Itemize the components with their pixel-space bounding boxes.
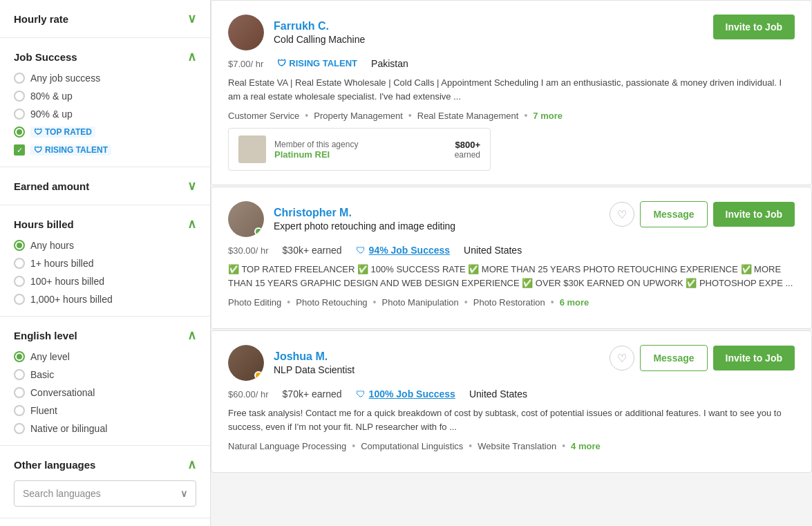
farrukh-rate: $7.00/ hr <box>228 57 263 69</box>
job-success-top-rated[interactable]: 🛡 TOP RATED <box>14 126 196 138</box>
joshua-header: Joshua M. NLP Data Scientist ♡ Message I… <box>228 345 795 381</box>
hours-1000plus[interactable]: 1,000+ hours billed <box>14 294 196 305</box>
sidebar-section-job-success: Job Success ∧ Any job success 80% & up 9… <box>0 38 210 167</box>
joshua-invite-button[interactable]: Invite to Job <box>713 346 795 370</box>
joshua-message-button[interactable]: Message <box>640 345 707 371</box>
christopher-identity: Christopher M. Expert photo retouching a… <box>228 201 455 237</box>
radio-basic-english <box>14 369 25 380</box>
christopher-description: ✅ TOP RATED FREELANCER ✅ 100% SUCCESS RA… <box>228 263 795 290</box>
farrukh-rising-badge: 🛡 RISING TALENT <box>277 58 357 68</box>
english-native[interactable]: Native or bilingual <box>14 423 196 434</box>
hours-1plus-label: 1+ hours billed <box>30 258 93 269</box>
farrukh-agency-earned-label: earned <box>455 150 480 160</box>
farrukh-description: Real Estate VA | Real Estate Wholesale |… <box>228 76 795 103</box>
job-success-80[interactable]: 80% & up <box>14 91 196 102</box>
search-languages-box[interactable]: Search languages ∨ <box>14 480 196 507</box>
hours-billed-chevron: ∧ <box>187 216 196 232</box>
radio-80up <box>14 91 25 102</box>
job-success-header[interactable]: Job Success ∧ <box>14 49 196 64</box>
joshua-heart-button[interactable]: ♡ <box>610 346 634 370</box>
christopher-earned-value: $30k+ <box>283 245 310 256</box>
english-conversational[interactable]: Conversational <box>14 387 196 398</box>
joshua-skill-2: Computational Linguistics <box>361 441 463 451</box>
english-level-header[interactable]: English level ∧ <box>14 328 196 343</box>
english-level-title: English level <box>14 330 77 341</box>
joshua-actions: ♡ Message Invite to Job <box>610 345 795 371</box>
job-success-rising-talent[interactable]: ✓ 🛡 RISING TALENT <box>14 144 196 156</box>
christopher-success-value[interactable]: 94% Job Success <box>369 245 451 256</box>
hours-any[interactable]: Any hours <box>14 240 196 251</box>
hours-billed-header[interactable]: Hours billed ∧ <box>14 216 196 232</box>
christopher-skill-3: Photo Manipulation <box>382 297 459 308</box>
christopher-header: Christopher M. Expert photo retouching a… <box>228 201 795 237</box>
job-success-chevron: ∧ <box>187 49 196 64</box>
christopher-more-skills[interactable]: 6 more <box>560 297 589 308</box>
radio-1000plus-hours <box>14 294 25 305</box>
joshua-meta: $60.00/ hr $70k+ earned 🛡 100% Job Succe… <box>228 388 795 400</box>
christopher-actions: ♡ Message Invite to Job <box>610 201 795 227</box>
job-success-any[interactable]: Any job success <box>14 73 196 84</box>
christopher-meta: $30.00/ hr $30k+ earned 🛡 94% Job Succes… <box>228 244 795 256</box>
hours-100plus[interactable]: 100+ hours billed <box>14 276 196 287</box>
hours-any-label: Any hours <box>30 240 74 251</box>
hours-1plus[interactable]: 1+ hours billed <box>14 258 196 269</box>
joshua-name[interactable]: Joshua M. <box>274 350 355 363</box>
hours-100plus-label: 100+ hours billed <box>30 276 104 287</box>
joshua-rate-unit: / hr <box>256 389 269 400</box>
main-content: Farrukh C. Cold Calling Machine Invite t… <box>211 0 812 526</box>
christopher-invite-button[interactable]: Invite to Job <box>713 202 795 227</box>
hours-billed-options: Any hours 1+ hours billed 100+ hours bil… <box>14 240 196 305</box>
christopher-heart-button[interactable]: ♡ <box>610 202 634 227</box>
christopher-success-shield-icon: 🛡 <box>356 245 366 256</box>
other-languages-header[interactable]: Other languages ∧ <box>14 457 196 472</box>
english-conversational-label: Conversational <box>30 387 95 398</box>
farrukh-agency-name[interactable]: Platinum REI <box>274 149 358 160</box>
christopher-message-button[interactable]: Message <box>640 201 707 227</box>
earned-amount-header[interactable]: Earned amount ∨ <box>14 178 196 194</box>
joshua-more-skills[interactable]: 4 more <box>571 441 601 451</box>
english-any[interactable]: Any level <box>14 351 196 362</box>
christopher-name[interactable]: Christopher M. <box>274 207 455 219</box>
joshua-description: Free task analysis! Contact me for a qui… <box>228 406 795 433</box>
joshua-rate-value: $60.00 <box>228 389 256 400</box>
joshua-job-success: 🛡 100% Job Success <box>356 388 455 400</box>
radio-any-success <box>14 73 25 84</box>
farrukh-skill-1: Customer Service <box>228 111 299 121</box>
farrukh-rate-unit: / hr <box>251 59 264 69</box>
farrukh-more-skills[interactable]: 7 more <box>533 111 563 121</box>
rising-talent-badge: 🛡 RISING TALENT <box>30 144 111 156</box>
farrukh-header: Farrukh C. Cold Calling Machine Invite t… <box>228 15 795 50</box>
farrukh-meta: $7.00/ hr 🛡 RISING TALENT Pakistan <box>228 57 795 69</box>
joshua-success-value[interactable]: 100% Job Success <box>369 388 455 400</box>
farrukh-agency-box: Member of this agency Platinum REI $800+… <box>228 128 491 171</box>
farrukh-agency-member-label: Member of this agency <box>274 140 358 149</box>
job-success-90[interactable]: 90% & up <box>14 109 196 120</box>
joshua-rate: $60.00/ hr <box>228 388 269 400</box>
farrukh-skill-2: Property Management <box>314 111 403 121</box>
joshua-earned-value: $70k+ <box>283 388 310 400</box>
farrukh-invite-button[interactable]: Invite to Job <box>713 15 795 39</box>
farrukh-name[interactable]: Farrukh C. <box>274 20 365 32</box>
farrukh-name-title: Farrukh C. Cold Calling Machine <box>274 20 365 45</box>
farrukh-agency-earned-block: $800+ earned <box>455 140 480 160</box>
radio-native-english <box>14 423 25 434</box>
farrukh-skills: Customer Service • Property Management •… <box>228 110 795 121</box>
sidebar-section-hours-billed: Hours billed ∧ Any hours 1+ hours billed… <box>0 205 210 317</box>
rising-talent-label: RISING TALENT <box>45 145 108 155</box>
english-fluent[interactable]: Fluent <box>14 405 196 416</box>
hourly-rate-header[interactable]: Hourly rate ∨ <box>14 11 196 26</box>
other-languages-title: Other languages <box>14 459 95 471</box>
job-success-any-label: Any job success <box>30 73 100 84</box>
sidebar-section-hourly-rate: Hourly rate ∨ <box>0 0 210 38</box>
search-languages-placeholder: Search languages <box>23 488 101 499</box>
search-languages-chevron-icon: ∨ <box>180 488 187 499</box>
christopher-avatar <box>228 201 264 237</box>
english-basic-label: Basic <box>30 369 54 380</box>
english-basic[interactable]: Basic <box>14 369 196 380</box>
joshua-success-shield-icon: 🛡 <box>356 388 366 400</box>
joshua-skill-1: Natural Language Processing <box>228 441 346 451</box>
farrukh-title: Cold Calling Machine <box>274 34 365 45</box>
christopher-rate-unit: / hr <box>256 245 269 256</box>
job-success-title: Job Success <box>14 51 77 63</box>
sidebar: Hourly rate ∨ Job Success ∧ Any job succ… <box>0 0 211 526</box>
